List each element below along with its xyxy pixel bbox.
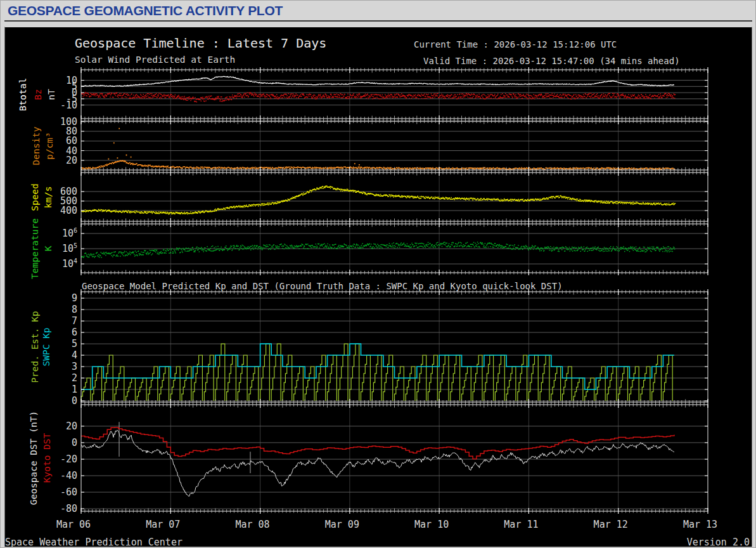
y-axis-label-pred-est-kp: Pred. Est. Kp	[30, 311, 40, 383]
svg-text:1: 1	[72, 384, 77, 395]
x-tick-label: Mar 13	[683, 519, 717, 530]
current-time-label: Current Time : 2026-03-12 15:12:06 UTC	[414, 39, 617, 49]
y-axis-label-speed: Speed	[30, 183, 40, 211]
valid-time-label: Valid Time : 2026-03-12 15:47:00 (34 min…	[423, 56, 680, 66]
y-axis-label-kyoto-dst: Kyoto DST	[42, 433, 52, 483]
svg-text:105: 105	[62, 242, 77, 254]
footer-version-label: Version 2.0	[687, 537, 750, 548]
y-axis-label-temperature: Temperature	[30, 218, 40, 278]
svg-text:-80: -80	[60, 503, 77, 514]
svg-text:5: 5	[72, 338, 77, 349]
svg-text:-60: -60	[60, 486, 77, 498]
x-tick-label: Mar 12	[594, 519, 628, 530]
y-axis-label-nt: nT	[46, 89, 56, 100]
footer-source-label: Space Weather Prediction Center	[5, 537, 183, 548]
svg-text:106: 106	[62, 227, 77, 239]
svg-text:-10: -10	[60, 100, 77, 111]
geospace-plot-canvas: 1050-5-101008060402060050040010610510498…	[0, 0, 756, 548]
svg-text:8: 8	[72, 304, 77, 315]
svg-text:20: 20	[66, 421, 77, 432]
y-axis-label-km-s: km/s	[43, 186, 53, 208]
y-axis-label-bz: Bz	[33, 89, 43, 100]
x-tick-label: Mar 06	[56, 519, 91, 530]
plot-title: Geospace Timeline : Latest 7 Days	[75, 36, 326, 51]
y-axis-label-swpc-kp: SWPC Kp	[41, 327, 51, 366]
svg-text:6: 6	[72, 327, 77, 338]
svg-text:2: 2	[72, 372, 77, 384]
y-axis-label-k: K	[43, 245, 53, 251]
y-axis-label-p-cm: p/cm³	[44, 132, 54, 160]
x-tick-label: Mar 11	[504, 519, 538, 530]
svg-text:400: 400	[60, 205, 77, 216]
x-tick-label: Mar 08	[235, 519, 269, 530]
svg-text:0: 0	[72, 437, 77, 448]
solar-wind-subtitle: Solar Wind Predicted at Earth	[75, 55, 235, 65]
svg-text:0: 0	[72, 395, 77, 407]
x-tick-label: Mar 07	[146, 519, 180, 530]
x-tick-label: Mar 09	[325, 519, 359, 530]
geospace-activity-page: { "header": { "title": "GEOSPACE GEOMAGN…	[0, 0, 756, 548]
svg-text:20: 20	[66, 155, 77, 166]
y-axis-label-density: Density	[31, 126, 41, 165]
svg-text:7: 7	[72, 315, 77, 327]
svg-text:4: 4	[72, 349, 77, 361]
y-axis-label-btotal: Btotal	[18, 77, 28, 110]
svg-text:9: 9	[72, 292, 77, 304]
svg-text:-40: -40	[60, 470, 77, 481]
svg-text:104: 104	[62, 258, 77, 270]
svg-text:3: 3	[72, 361, 77, 372]
kp-dst-section-title: Geospace Model Predicted Kp and DST (Gro…	[82, 281, 563, 291]
svg-text:-20: -20	[60, 453, 77, 465]
y-axis-label-geospace-dst-nt: Geospace DST (nT)	[29, 411, 39, 505]
x-tick-label: Mar 10	[414, 519, 449, 530]
